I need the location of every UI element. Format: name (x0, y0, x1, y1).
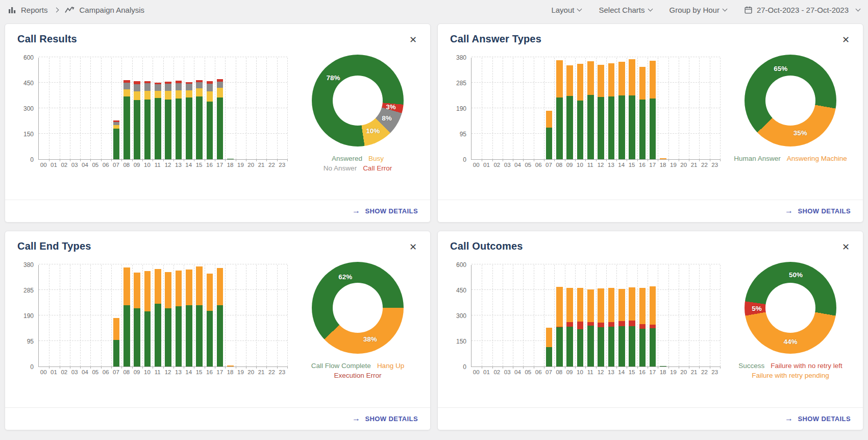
show-details-link[interactable]: → SHOW DETAILS (352, 414, 418, 423)
legend-item[interactable]: No Answer (324, 164, 357, 172)
close-icon[interactable]: ✕ (840, 34, 852, 45)
legend-item[interactable]: Success (738, 362, 764, 370)
bar-segment[interactable] (577, 322, 584, 329)
bar-segment[interactable] (650, 328, 656, 366)
legend-item[interactable]: Failure with retry pending (752, 372, 829, 379)
bar-segment[interactable] (113, 318, 120, 340)
bar-segment[interactable] (639, 67, 646, 100)
bar-segment[interactable] (227, 365, 234, 366)
donut-chart[interactable]: 38%62% (312, 262, 404, 354)
bar-segment[interactable] (196, 96, 203, 159)
bar-segment[interactable] (598, 65, 604, 97)
bar-segment[interactable] (176, 83, 182, 91)
bar-segment[interactable] (618, 95, 625, 159)
bar-segment[interactable] (618, 62, 625, 95)
bar-segment[interactable] (155, 304, 161, 366)
bar-segment[interactable] (186, 90, 192, 97)
close-icon[interactable]: ✕ (407, 34, 419, 45)
legend-item[interactable]: Call Error (363, 164, 392, 172)
legend-item[interactable]: Hang Up (377, 362, 404, 370)
bar-segment[interactable] (556, 97, 563, 159)
donut-chart[interactable]: 3%8%10%78% (312, 55, 404, 146)
bar-segment[interactable] (598, 97, 604, 159)
bar-segment[interactable] (639, 329, 646, 366)
bar-segment[interactable] (155, 98, 161, 159)
bar-segment[interactable] (598, 327, 604, 366)
bar-segment[interactable] (113, 129, 120, 159)
bar-segment[interactable] (556, 287, 563, 327)
bar-segment[interactable] (546, 111, 553, 128)
bar-segment[interactable] (618, 321, 625, 326)
bar-segment[interactable] (629, 59, 635, 95)
legend-item[interactable]: Execution Error (334, 372, 381, 379)
bar-segment[interactable] (660, 158, 666, 159)
bar-segment[interactable] (155, 91, 161, 98)
legend-item[interactable]: Answered (332, 155, 362, 162)
bar-segment[interactable] (660, 366, 666, 366)
donut-chart[interactable]: 35%65% (745, 55, 836, 146)
bar-segment[interactable] (577, 288, 584, 322)
legend-item[interactable]: Answering Machine (787, 155, 847, 162)
legend-item[interactable]: Call Flow Complete (311, 362, 371, 370)
bar-segment[interactable] (144, 91, 151, 100)
bar-segment[interactable] (196, 82, 203, 88)
bar-segment[interactable] (566, 327, 573, 366)
bar-segment[interactable] (134, 273, 140, 309)
bar-segment[interactable] (207, 311, 213, 367)
bar-segment[interactable] (144, 100, 151, 159)
bar-segment[interactable] (165, 308, 171, 366)
bar-segment[interactable] (227, 159, 234, 159)
bar-segment[interactable] (556, 327, 563, 366)
bar-segment[interactable] (196, 305, 203, 367)
bar-segment[interactable] (113, 122, 120, 126)
legend-item[interactable]: Failure with no retry left (771, 362, 842, 370)
group-by-dropdown[interactable]: Group by Hour (669, 6, 727, 14)
bar-segment[interactable] (196, 88, 203, 96)
bar-segment[interactable] (165, 91, 171, 100)
bar-segment[interactable] (123, 83, 130, 89)
bar-segment[interactable] (546, 128, 553, 159)
bar-segment[interactable] (217, 268, 224, 305)
bar-segment[interactable] (217, 82, 224, 88)
bar-segment[interactable] (155, 269, 161, 304)
bar-segment[interactable] (176, 271, 182, 307)
bar-segment[interactable] (186, 84, 192, 90)
bar-segment[interactable] (217, 305, 224, 366)
bar-segment[interactable] (196, 266, 203, 305)
bar-segment[interactable] (598, 323, 604, 327)
bar-segment[interactable] (639, 324, 646, 329)
bar-segment[interactable] (577, 64, 584, 101)
bar-segment[interactable] (144, 271, 151, 311)
bar-segment[interactable] (165, 272, 171, 309)
bar-segment[interactable] (639, 288, 646, 324)
bar-segment[interactable] (566, 322, 573, 326)
show-details-link[interactable]: → SHOW DETAILS (785, 414, 851, 423)
bar-segment[interactable] (577, 101, 584, 159)
bar-segment[interactable] (577, 329, 584, 366)
bar-segment[interactable] (176, 99, 182, 159)
bar-segment[interactable] (618, 326, 625, 366)
bar-segment[interactable] (165, 84, 171, 91)
date-range-picker[interactable]: 27-Oct-2023 - 27-Oct-2023 (744, 6, 860, 14)
breadcrumb-reports[interactable]: Reports (21, 6, 48, 14)
bar-segment[interactable] (186, 97, 192, 159)
show-details-link[interactable]: → SHOW DETAILS (785, 207, 851, 215)
bar-segment[interactable] (186, 270, 192, 306)
bar-segment[interactable] (186, 305, 192, 366)
bar-segment[interactable] (566, 96, 573, 159)
bar-segment[interactable] (598, 288, 604, 323)
bar-segment[interactable] (650, 61, 656, 99)
bar-segment[interactable] (207, 91, 213, 101)
bar-segment[interactable] (608, 322, 615, 327)
bar-segment[interactable] (134, 100, 140, 159)
bar-segment[interactable] (650, 325, 656, 328)
bar-segment[interactable] (587, 326, 594, 366)
bar-segment[interactable] (587, 61, 594, 95)
bar-segment[interactable] (566, 288, 573, 322)
bar-segment[interactable] (207, 102, 213, 159)
bar-segment[interactable] (123, 96, 130, 159)
bar-segment[interactable] (587, 95, 594, 159)
legend-item[interactable]: Busy (368, 155, 384, 162)
bar-segment[interactable] (608, 327, 615, 366)
bar-segment[interactable] (155, 84, 161, 91)
